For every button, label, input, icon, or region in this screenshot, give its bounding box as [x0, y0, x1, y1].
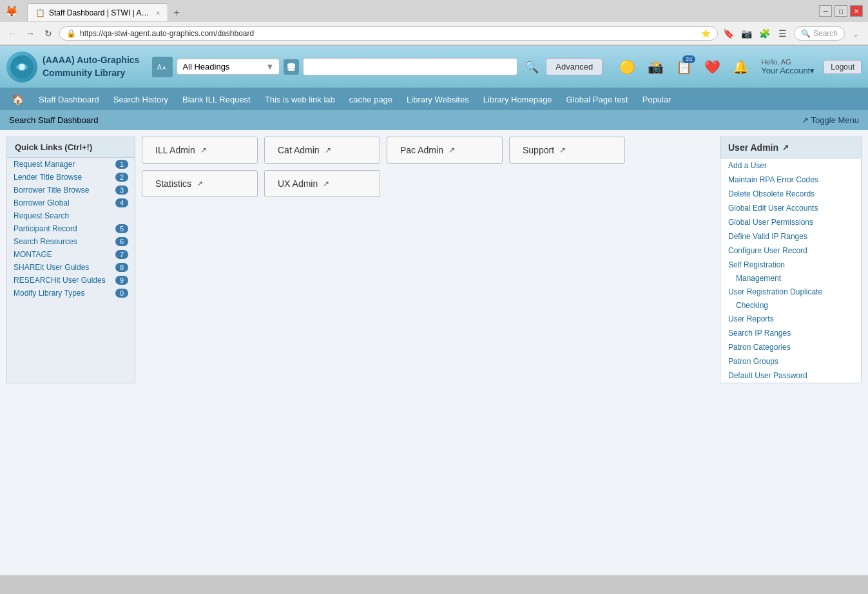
nav-staff-dashboard[interactable]: Staff Dashboard — [32, 91, 106, 108]
user-admin-link-patron-categories[interactable]: Patron Categories — [720, 340, 861, 354]
quick-link-search-resources[interactable]: Search Resources — [14, 237, 77, 246]
database-icon[interactable] — [284, 59, 299, 75]
quick-link-borrower-global[interactable]: Borrower Global — [14, 198, 70, 207]
browser-tab[interactable]: 📋 Staff Dashboard | STWI | AAAA × — [27, 3, 168, 21]
user-admin-link-management[interactable]: Management — [720, 272, 861, 285]
nav-popular[interactable]: Popular — [636, 91, 678, 108]
admin-btn-pac-admin[interactable]: Pac Admin↗ — [387, 137, 503, 164]
admin-btn-ill-admin[interactable]: ILL Admin↗ — [142, 137, 258, 164]
svg-point-1 — [19, 64, 25, 70]
heading-select[interactable]: All Headings ▼ — [177, 59, 280, 75]
quick-link-shareit-user-guides[interactable]: SHAREit User Guides — [14, 263, 89, 272]
user-admin-link-delete-obsolete[interactable]: Delete Obsolete Records — [720, 187, 861, 201]
heart-icon[interactable]: ❤️ — [700, 55, 724, 79]
admin-btn-ux-admin[interactable]: UX Admin↗ — [264, 170, 380, 197]
camera-icon[interactable]: 📸 — [644, 55, 667, 79]
admin-btn-cat-admin[interactable]: Cat Admin↗ — [264, 137, 380, 164]
quick-link-badge-borrower-title-browse: 3 — [115, 186, 128, 195]
toggle-menu-btn[interactable]: ↗ Toggle Menu — [802, 115, 859, 125]
reload-btn[interactable]: ↻ — [41, 26, 55, 41]
search-button[interactable]: 🔍 — [521, 57, 542, 77]
quick-link-item-modify-library-types: Modify Library Types0 — [7, 287, 135, 300]
account-link[interactable]: Your Account▾ — [761, 66, 815, 75]
user-admin-link-user-reg-duplicate[interactable]: User Registration Duplicate — [720, 285, 861, 299]
quick-link-item-borrower-title-browse: Borrower Title Browse3 — [7, 184, 135, 196]
tab-close-btn[interactable]: × — [156, 9, 160, 17]
user-admin-link-patron-groups[interactable]: Patron Groups — [720, 354, 861, 369]
external-link-icon: ↗ — [197, 179, 203, 188]
nav-global-page-test[interactable]: Global Page test — [560, 91, 635, 108]
admin-area: ILL Admin↗Cat Admin↗Pac Admin↗Support↗ S… — [142, 137, 713, 383]
user-admin-panel: User Admin ↗ Add a UserMaintain RPA Erro… — [720, 137, 862, 383]
quick-link-badge-montage: 7 — [115, 250, 128, 259]
quick-link-participant-record[interactable]: Participant Record — [14, 224, 77, 233]
heading-select-value: All Headings — [182, 62, 229, 72]
lightbulb-icon[interactable]: 🟡 — [615, 55, 639, 79]
dashboard-title: Search Staff Dashboard — [9, 115, 99, 125]
quick-link-item-lender-title-browse: Lender Title Browse2 — [7, 171, 135, 184]
user-admin-link-define-ip[interactable]: Define Valid IP Ranges — [720, 229, 861, 244]
quick-link-researchit-user-guides[interactable]: RESEARCHit User Guides — [14, 276, 106, 285]
back-btn[interactable]: ← — [5, 26, 19, 41]
quick-link-borrower-title-browse[interactable]: Borrower Title Browse — [14, 186, 89, 195]
user-admin-link-self-registration[interactable]: Self Registration — [720, 258, 861, 272]
admin-btn-statistics[interactable]: Statistics↗ — [142, 170, 258, 197]
forward-btn[interactable]: → — [23, 26, 37, 41]
extensions-icon[interactable]: 🧩 — [758, 26, 772, 41]
user-admin-link-add-user[interactable]: Add a User — [720, 158, 861, 173]
user-admin-link-user-reports[interactable]: User Reports — [720, 312, 861, 326]
quick-link-request-manager[interactable]: Request Manager — [14, 160, 75, 169]
new-tab-btn[interactable]: + — [168, 5, 184, 21]
nav-search-history[interactable]: Search History — [107, 91, 175, 108]
quick-link-modify-library-types[interactable]: Modify Library Types — [14, 289, 85, 298]
list-badge: 24 — [682, 55, 695, 63]
maximize-btn[interactable]: □ — [834, 5, 847, 17]
screenshot-icon[interactable]: 📷 — [740, 26, 754, 41]
bookmark-icon[interactable]: 🔖 — [722, 26, 736, 41]
nav-home[interactable]: 🏠 — [5, 90, 31, 110]
user-admin-link-checking[interactable]: Checking — [720, 299, 861, 312]
logout-button[interactable]: Logout — [824, 60, 862, 74]
quick-link-badge-shareit-user-guides: 8 — [115, 263, 128, 272]
translate-icon[interactable]: A A — [152, 57, 173, 77]
svg-point-8 — [287, 68, 295, 71]
bell-icon[interactable]: 🔔 — [729, 55, 752, 79]
user-admin-link-configure-user[interactable]: Configure User Record — [720, 244, 861, 258]
quick-link-badge-request-manager: 1 — [115, 160, 128, 169]
close-btn[interactable]: ✕ — [850, 5, 863, 17]
external-link-icon: ↗ — [323, 179, 329, 188]
quick-link-montage[interactable]: MONTAGE — [14, 250, 52, 259]
quick-link-item-search-resources: Search Resources6 — [7, 235, 135, 248]
browser-search-box[interactable]: 🔍 Search — [794, 26, 845, 41]
list-icon[interactable]: 📋 24 — [672, 55, 695, 79]
user-admin-title: User Admin — [728, 142, 778, 153]
menu-icon[interactable]: ☰ — [776, 26, 790, 41]
user-admin-link-global-permissions[interactable]: Global User Permissions — [720, 215, 861, 229]
quick-link-item-researchit-user-guides: RESEARCHit User Guides9 — [7, 274, 135, 287]
svg-text:A: A — [162, 65, 166, 71]
advanced-button[interactable]: Advanced — [546, 58, 603, 75]
user-admin-header: User Admin ↗ — [720, 137, 861, 158]
quick-link-request-search[interactable]: Request Search — [14, 211, 69, 220]
scroll-indicator: ⌄ — [849, 26, 863, 41]
url-bar[interactable]: 🔒 https://qa-stwi-agent.auto-graphics.co… — [59, 26, 718, 41]
quick-link-item-participant-record: Participant Record5 — [7, 222, 135, 235]
user-admin-link-search-ip[interactable]: Search IP Ranges — [720, 326, 861, 340]
nav-cache-page[interactable]: cache page — [343, 91, 399, 108]
dashboard-header: Search Staff Dashboard ↗ Toggle Menu — [0, 110, 868, 130]
admin-btn-support[interactable]: Support↗ — [509, 137, 625, 164]
quick-link-lender-title-browse[interactable]: Lender Title Browse — [14, 173, 82, 182]
main-search-input[interactable] — [303, 58, 517, 75]
account-label: Your Account — [761, 66, 810, 75]
external-link-icon: ↗ — [325, 146, 331, 155]
user-admin-link-default-password[interactable]: Default User Password — [720, 369, 861, 383]
external-link-icon: ↗ — [559, 146, 566, 155]
minimize-btn[interactable]: ─ — [819, 5, 832, 17]
user-admin-link-global-edit[interactable]: Global Edit User Accounts — [720, 201, 861, 215]
nav-library-homepage[interactable]: Library Homepage — [477, 91, 559, 108]
nav-web-link-lab[interactable]: This is web link lab — [258, 91, 342, 108]
user-admin-link-maintain-rpa[interactable]: Maintain RPA Error Codes — [720, 173, 861, 187]
nav-blank-ill[interactable]: Blank ILL Request — [176, 91, 257, 108]
nav-library-websites[interactable]: Library Websites — [400, 91, 476, 108]
user-greeting: Hello, AG — [761, 58, 791, 66]
